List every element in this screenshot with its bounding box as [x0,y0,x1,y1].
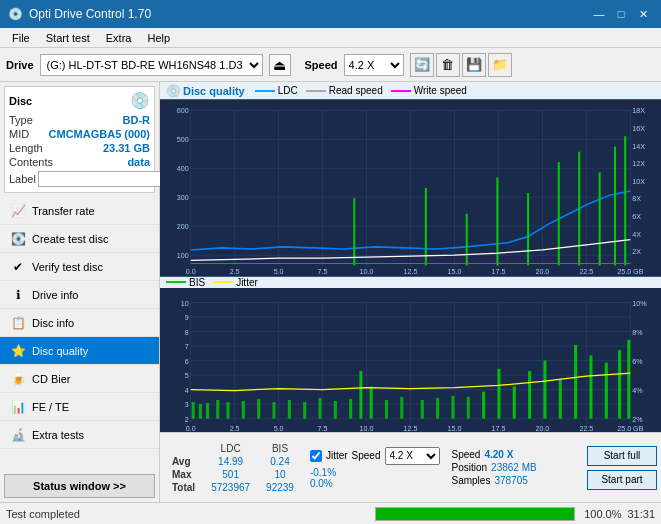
disc-info-icon: 📋 [10,316,26,330]
disc-type-val: BD-R [123,114,151,126]
menu-file[interactable]: File [4,28,38,48]
svg-text:200: 200 [177,222,189,231]
svg-text:600: 600 [177,106,189,115]
svg-rect-115 [385,400,388,419]
svg-rect-102 [206,403,209,419]
sidebar-item-disc-quality[interactable]: ⭐ Disc quality [0,337,159,365]
speed-label: Speed [305,59,338,71]
svg-text:25.0 GB: 25.0 GB [617,267,643,276]
bottom-chart-container: 10 9 8 7 6 5 4 3 2 10% 8% 6% 4% 2% [160,288,661,432]
svg-text:10%: 10% [632,298,647,307]
save-icon[interactable]: 📁 [488,53,512,77]
svg-text:5: 5 [185,371,189,380]
verify-test-disc-icon: ✔ [10,260,26,274]
titlebar: 💿 Opti Drive Control 1.70 — □ ✕ [0,0,661,28]
sidebar-item-fe-te[interactable]: 📊 FE / TE [0,393,159,421]
menu-help[interactable]: Help [139,28,178,48]
sidebar-item-cd-bier[interactable]: 🍺 CD Bier [0,365,159,393]
write-icon[interactable]: 💾 [462,53,486,77]
svg-rect-112 [349,399,352,419]
sidebar-item-transfer-rate[interactable]: 📈 Transfer rate [0,197,159,225]
svg-rect-123 [513,386,516,418]
menubar: File Start test Extra Help [0,28,661,48]
svg-text:22.5: 22.5 [579,267,593,276]
stats-avg-row: Avg 14.99 0.24 [164,455,302,468]
svg-text:2: 2 [185,415,189,424]
svg-text:12.5: 12.5 [404,267,418,276]
svg-text:17.5: 17.5 [491,267,505,276]
sidebar-item-extra-tests[interactable]: 🔬 Extra tests [0,421,159,449]
time-text: 31:31 [627,508,655,520]
disc-panel-icon[interactable]: 💿 [130,91,150,110]
sidebar-item-disc-info[interactable]: 📋 Disc info [0,309,159,337]
extra-tests-label: Extra tests [32,429,84,441]
svg-rect-122 [497,369,500,419]
svg-text:9: 9 [185,313,189,322]
disc-label-row: Label 🔍 [9,170,150,188]
svg-text:17.5: 17.5 [491,424,505,432]
status-window-button[interactable]: Status window >> [4,474,155,498]
svg-text:3: 3 [185,400,189,409]
svg-text:300: 300 [177,193,189,202]
drivebar: Drive (G:) HL-DT-ST BD-RE WH16NS48 1.D3 … [0,48,661,82]
stats-avg-ldc: 14.99 [203,455,258,468]
minimize-button[interactable]: — [589,5,609,23]
start-full-button[interactable]: Start full [587,446,657,466]
svg-rect-108 [288,400,291,419]
svg-text:4X: 4X [632,229,641,238]
eject-icon[interactable]: ⏏ [269,54,291,76]
stats-bis-header: BIS [258,442,302,455]
disc-quality-label: Disc quality [32,345,88,357]
start-part-button[interactable]: Start part [587,470,657,490]
position-row: Position 23862 MB [452,462,537,473]
close-button[interactable]: ✕ [633,5,653,23]
stats-bar: LDC BIS Avg 14.99 0.24 Max 501 10 Total … [160,432,661,502]
svg-text:2.5: 2.5 [230,267,240,276]
svg-text:5.0: 5.0 [274,424,284,432]
position-val: 23862 MB [491,462,537,473]
svg-rect-104 [226,402,229,419]
stats-max-ldc: 501 [203,468,258,481]
sidebar-item-drive-info[interactable]: ℹ Drive info [0,281,159,309]
svg-text:6: 6 [185,356,189,365]
fe-te-icon: 📊 [10,400,26,414]
speed-row: Speed 4.20 X [452,449,537,460]
svg-rect-109 [303,402,306,419]
disc-mid-row: MID CMCMAGBA5 (000) [9,128,150,140]
legend-read-speed-color [306,90,326,92]
samples-label: Samples [452,475,491,486]
svg-text:4: 4 [185,385,189,394]
legend-ldc: LDC [255,85,298,96]
speed-dropdown[interactable]: 4.2 X [385,447,440,465]
svg-text:8X: 8X [632,194,641,203]
stats-header-row: LDC BIS [164,442,302,455]
refresh-icon[interactable]: 🔄 [410,53,434,77]
sidebar-item-create-test-disc[interactable]: 💽 Create test disc [0,225,159,253]
speed-select[interactable]: 4.2 X [344,54,404,76]
svg-text:0.0: 0.0 [186,267,196,276]
menu-extra[interactable]: Extra [98,28,140,48]
svg-text:2.5: 2.5 [230,424,240,432]
disc-mid-key: MID [9,128,29,140]
disc-label-input[interactable] [38,171,171,187]
stats-jitter-row: -0.1% [310,467,440,478]
erase-icon[interactable]: 🗑 [436,53,460,77]
sidebar-item-verify-test-disc[interactable]: ✔ Verify test disc [0,253,159,281]
jitter-checkbox[interactable] [310,450,322,462]
legend-jitter-color [213,281,233,283]
svg-rect-107 [272,402,275,419]
legend-ldc-label: LDC [278,85,298,96]
menu-start-test[interactable]: Start test [38,28,98,48]
svg-text:12X: 12X [632,159,645,168]
svg-rect-128 [589,355,592,418]
svg-text:0.0: 0.0 [186,424,196,432]
svg-rect-127 [574,345,577,419]
svg-text:4%: 4% [632,385,643,394]
svg-rect-111 [334,401,337,419]
content-area: 💿 Disc quality LDC Read speed Write spee… [160,82,661,502]
drive-info-icon: ℹ [10,288,26,302]
disc-panel-title: Disc [9,95,32,107]
create-test-disc-label: Create test disc [32,233,108,245]
drive-select[interactable]: (G:) HL-DT-ST BD-RE WH16NS48 1.D3 [40,54,263,76]
maximize-button[interactable]: □ [611,5,631,23]
